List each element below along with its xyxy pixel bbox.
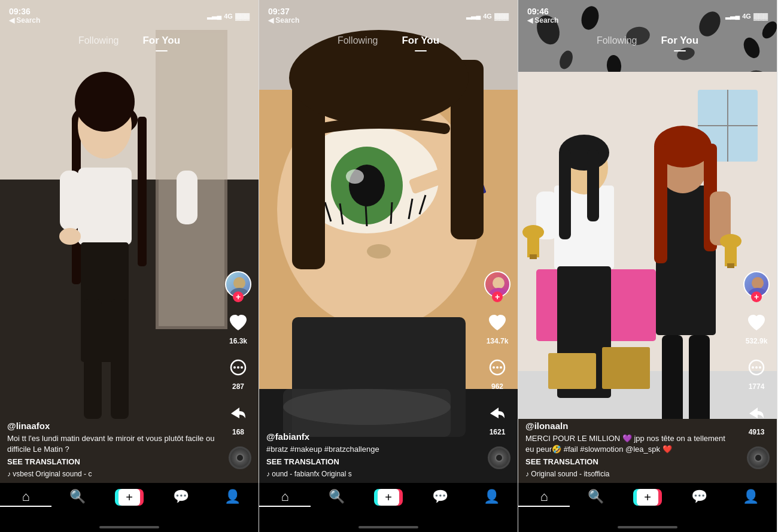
signal-icon-2: ▂▃▄ <box>466 12 481 20</box>
comment-action-3[interactable]: 1774 <box>743 355 770 391</box>
share-action-1[interactable]: 168 <box>225 400 251 436</box>
music-row-2: ♪ ound - fabianfx Original s <box>266 470 476 478</box>
bottom-nav-3: ⌂ 🔍 + 💬 👤 <box>518 483 777 532</box>
bottom-content-1: @linaafox Moi tt l'es lundi matin devant… <box>7 421 217 478</box>
network-icon-2: 4G <box>483 13 492 20</box>
bottom-content-3: @ilonaaln MERCI POUR LE MILLION 💜 jpp no… <box>525 421 735 478</box>
username-1[interactable]: @linaafox <box>7 421 217 431</box>
svg-point-90 <box>720 234 741 248</box>
avatar-wrap-1[interactable]: + <box>225 271 251 297</box>
search-nav-icon-3: 🔍 <box>588 489 604 504</box>
share-action-3[interactable]: 4913 <box>743 400 770 436</box>
follow-btn-3[interactable]: + <box>751 291 762 302</box>
music-disc-3 <box>747 446 770 469</box>
share-icon-1[interactable] <box>225 400 251 427</box>
create-btn-1[interactable]: + <box>117 489 142 506</box>
bottom-content-2: @fabianfx #bratz #makeup #bratzchallenge… <box>266 431 476 478</box>
like-action-1[interactable]: 16.3k <box>225 309 251 345</box>
nav-create-3[interactable]: + <box>622 489 673 506</box>
tab-following-3[interactable]: Following <box>585 32 649 50</box>
like-icon-2[interactable] <box>484 309 510 336</box>
comment-icon-2[interactable] <box>484 355 510 381</box>
see-translation-3[interactable]: SEE TRANSLATION <box>525 457 735 466</box>
search-back-2[interactable]: ◀ Search <box>268 16 299 25</box>
status-bar-3: 09:46 ◀ Search ▂▃▄ 4G ▓▓▓ <box>518 0 777 27</box>
avatar-wrap-3[interactable]: + <box>743 271 770 297</box>
comment-action-2[interactable]: 962 <box>484 355 510 391</box>
nav-search-2[interactable]: 🔍 <box>311 489 362 504</box>
home-indicator-3 <box>618 526 677 528</box>
svg-rect-16 <box>111 299 129 419</box>
see-translation-2[interactable]: SEE TRANSLATION <box>266 457 476 466</box>
create-btn-2[interactable]: + <box>376 489 401 506</box>
comment-action-1[interactable]: 287 <box>225 355 251 391</box>
nav-inbox-3[interactable]: 💬 <box>673 489 725 504</box>
svg-point-99 <box>752 277 764 289</box>
like-action-2[interactable]: 134.7k <box>484 309 510 345</box>
tab-for-you-1[interactable]: For You <box>130 31 192 50</box>
svg-rect-76 <box>559 150 571 239</box>
like-icon-3[interactable] <box>743 309 770 336</box>
like-icon-1[interactable] <box>225 309 251 336</box>
profile-icon-3: 👤 <box>743 489 759 504</box>
nav-search-1[interactable]: 🔍 <box>51 489 103 504</box>
nav-tabs-3: Following For You <box>518 31 777 50</box>
create-btn-3[interactable]: + <box>635 489 660 506</box>
follow-btn-2[interactable]: + <box>492 291 503 302</box>
music-row-1: ♪ vsbest Original sound - c <box>7 470 217 478</box>
home-icon-3: ⌂ <box>540 489 548 504</box>
nav-create-2[interactable]: + <box>363 489 414 506</box>
svg-point-51 <box>493 366 495 369</box>
comment-icon-1[interactable] <box>225 355 251 381</box>
create-inner-2: + <box>378 489 399 506</box>
nav-search-3[interactable]: 🔍 <box>570 489 621 504</box>
nav-home-2[interactable]: ⌂ <box>259 489 311 507</box>
svg-rect-47 <box>283 389 451 437</box>
nav-inbox-1[interactable]: 💬 <box>155 489 206 504</box>
share-icon-3[interactable] <box>743 400 770 427</box>
battery-icon-3: ▓▓▓ <box>753 13 768 20</box>
nav-home-1[interactable]: ⌂ <box>0 489 51 507</box>
svg-rect-10 <box>78 168 132 245</box>
follow-btn-1[interactable]: + <box>233 291 244 302</box>
profile-icon-1: 👤 <box>224 489 241 504</box>
status-icons-2: ▂▃▄ 4G ▓▓▓ <box>466 12 509 20</box>
signal-icon-3: ▂▃▄ <box>725 12 740 20</box>
like-action-3[interactable]: 532.9k <box>743 309 770 345</box>
username-2[interactable]: @fabianfx <box>266 431 476 442</box>
status-bar-2: 09:37 ◀ Search ▂▃▄ 4G ▓▓▓ <box>259 0 518 27</box>
nav-profile-1[interactable]: 👤 <box>207 489 259 504</box>
share-icon-2[interactable] <box>484 400 510 427</box>
music-disc-1 <box>229 446 251 469</box>
nav-home-3[interactable]: ⌂ <box>518 489 570 507</box>
comment-count-3: 1774 <box>749 382 765 391</box>
status-left-1: 09:36 ◀ Search <box>9 7 40 25</box>
svg-point-48 <box>493 277 505 289</box>
create-inner-1: + <box>118 489 140 506</box>
time-3: 09:46 <box>527 7 549 16</box>
see-translation-1[interactable]: SEE TRANSLATION <box>7 457 217 466</box>
search-back-3[interactable]: ◀ Search <box>527 16 558 25</box>
tab-for-you-2[interactable]: For You <box>390 31 451 50</box>
svg-point-102 <box>752 366 754 369</box>
tab-for-you-3[interactable]: For You <box>649 31 710 50</box>
tab-following-1[interactable]: Following <box>66 32 131 50</box>
nav-create-1[interactable]: + <box>104 489 155 506</box>
username-3[interactable]: @ilonaaln <box>525 421 735 431</box>
nav-profile-2[interactable]: 👤 <box>466 489 518 504</box>
tab-following-2[interactable]: Following <box>326 32 390 50</box>
home-icon-1: ⌂ <box>22 489 30 504</box>
phone-2: 09:37 ◀ Search ▂▃▄ 4G ▓▓▓ Following For … <box>259 0 518 532</box>
network-icon-1: 4G <box>224 13 233 20</box>
svg-point-22 <box>241 366 243 369</box>
nav-profile-3[interactable]: 👤 <box>725 489 777 504</box>
caption-3: MERCI POUR LE MILLION 💜 jpp nos tête on … <box>525 433 735 455</box>
comment-icon-3[interactable] <box>743 355 770 381</box>
inbox-icon-1: 💬 <box>173 489 189 504</box>
nav-inbox-2[interactable]: 💬 <box>414 489 466 504</box>
avatar-wrap-2[interactable]: + <box>484 271 510 297</box>
home-indicator-1 <box>99 526 159 528</box>
share-action-2[interactable]: 1621 <box>484 400 510 436</box>
search-back-1[interactable]: ◀ Search <box>9 16 40 25</box>
action-buttons-1: + 16.3k 287 <box>225 271 251 436</box>
